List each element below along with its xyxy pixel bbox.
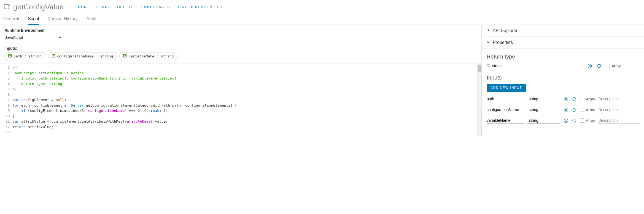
input-type-input[interactable] [529, 118, 577, 123]
refresh-icon[interactable] [596, 63, 602, 69]
input-description-field[interactable] [598, 96, 640, 102]
return-type-label: Return type [487, 54, 639, 60]
input-description-field[interactable] [598, 117, 640, 124]
input-description-field[interactable] [598, 107, 640, 113]
input-chips: path : stringconfigurationName : stringv… [4, 52, 477, 60]
action-icon [3, 3, 11, 11]
array-checkbox-wrap[interactable]: Array [580, 118, 595, 123]
properties-header[interactable]: Properties [482, 37, 644, 49]
input-chip-variableName[interactable]: variableName : string [119, 52, 177, 60]
input-name-field[interactable] [487, 96, 524, 102]
find-dependencies-action[interactable]: FIND DEPENDENCIES [178, 5, 222, 9]
runtime-value: JavaScript [5, 35, 23, 40]
gutter: 12345678910111213 [0, 64, 13, 136]
left-panel: Runtime Environment JavaScript Inputs: p… [0, 25, 481, 136]
input-chip-icon [123, 54, 127, 59]
tabs: GeneralScriptVersion HistoryAudit [0, 13, 644, 25]
input-name-field[interactable] [487, 107, 524, 113]
input-chip-icon [8, 54, 12, 59]
tab-general[interactable]: General [3, 13, 19, 25]
input-row-variableName: Array [487, 117, 639, 124]
chevron-down-icon [487, 40, 490, 45]
clear-icon[interactable] [564, 96, 568, 102]
find-usages-action[interactable]: FIND USAGES [141, 5, 170, 9]
input-type-input[interactable] [529, 107, 577, 112]
action-bar: RUNDEBUGDELETEFIND USAGESFIND DEPENDENCI… [78, 5, 223, 9]
clear-icon[interactable] [564, 118, 568, 123]
input-chip-path[interactable]: path : string [4, 52, 45, 60]
input-row-configurationName: Array [487, 107, 639, 113]
input-chip-configurationName[interactable]: configurationName : string [48, 52, 117, 60]
add-new-input-button[interactable]: ADD NEW INPUT [487, 84, 526, 92]
properties-label: Properties [493, 40, 513, 45]
delete-icon[interactable] [643, 96, 644, 102]
chevron-down-icon [58, 35, 62, 40]
chevron-right-icon [487, 28, 490, 33]
debug-action[interactable]: DEBUG [95, 5, 110, 9]
svg-rect-0 [4, 4, 9, 9]
title-wrap: getConfigValue [3, 3, 64, 11]
delete-action[interactable]: DELETE [117, 5, 134, 9]
array-checkbox-wrap[interactable]: Array [606, 64, 621, 68]
return-type-field[interactable] [487, 63, 583, 69]
array-checkbox-wrap[interactable]: Array [580, 97, 595, 101]
runtime-label: Runtime Environment [4, 28, 477, 33]
code-editor[interactable]: 12345678910111213 /*JavaScript: getConfi… [0, 64, 481, 136]
right-panel: API Explorer Properties Return type [481, 25, 644, 136]
array-checkbox-wrap[interactable]: Array [580, 108, 595, 112]
main: Runtime Environment JavaScript Inputs: p… [0, 25, 644, 136]
inputs-label: Inputs: [4, 46, 477, 51]
refresh-icon[interactable] [572, 96, 577, 102]
api-explorer-header[interactable]: API Explorer [482, 25, 644, 37]
tab-version-history[interactable]: Version History [48, 13, 78, 25]
input-rows: ArrayArrayArray [487, 96, 639, 124]
input-name-field[interactable] [487, 117, 524, 124]
page-title: getConfigValue [13, 3, 64, 11]
array-checkbox[interactable] [580, 97, 584, 101]
input-type-field[interactable] [527, 96, 560, 102]
array-checkbox[interactable] [606, 64, 610, 68]
array-checkbox[interactable] [580, 118, 584, 123]
delete-icon[interactable] [643, 118, 644, 123]
input-type-field[interactable] [527, 117, 560, 124]
array-label: Array [611, 64, 621, 68]
runtime-dropdown[interactable]: JavaScript [4, 34, 62, 41]
return-type-row: Array [487, 63, 639, 69]
refresh-icon[interactable] [572, 118, 577, 123]
tab-audit[interactable]: Audit [86, 13, 96, 25]
run-action[interactable]: RUN [78, 5, 87, 9]
input-chip-icon [52, 54, 55, 59]
code-area[interactable]: /*JavaScript: getConfigValue action Inpu… [13, 64, 237, 136]
properties-body: Return type Array Inputs ADD NEW INP [482, 49, 644, 134]
svg-point-4 [487, 64, 489, 66]
tab-script[interactable]: Script [28, 13, 39, 25]
api-explorer-label: API Explorer [493, 28, 518, 33]
clear-icon[interactable] [564, 107, 568, 113]
delete-icon[interactable] [643, 107, 644, 113]
search-icon [487, 64, 491, 68]
refresh-icon[interactable] [572, 107, 577, 113]
input-type-field[interactable] [527, 107, 560, 113]
header: getConfigValue RUNDEBUGDELETEFIND USAGES… [0, 0, 644, 13]
input-row-path: Array [487, 96, 639, 102]
input-type-input[interactable] [529, 97, 577, 101]
inputs-section-label: Inputs [487, 75, 639, 81]
clear-icon[interactable] [587, 63, 592, 69]
array-checkbox[interactable] [580, 108, 584, 112]
scrollbar-thumb[interactable] [478, 65, 481, 72]
return-type-input[interactable] [492, 64, 583, 68]
